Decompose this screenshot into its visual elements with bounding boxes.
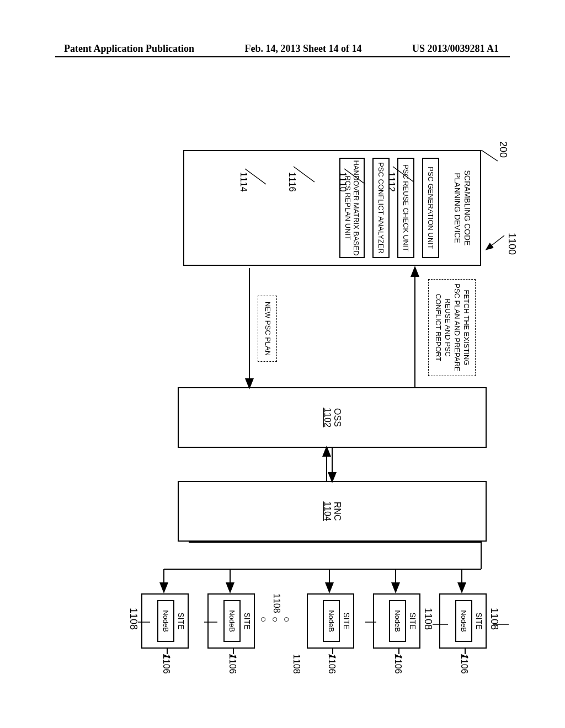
fetch-annotation: FETCH THE EXISTING PSC PLAN AND PREPARE … (428, 279, 476, 376)
figure-label: FIG. 11 (563, 342, 565, 386)
ref-200: 200 (497, 141, 509, 158)
site-3-label: SITE (341, 595, 353, 647)
scpd-title: SCRAMBLING CODE PLANNING DEVICE (447, 151, 480, 265)
oss-box: OSS 1102 (178, 387, 487, 448)
nodeb-1: NodeB (455, 600, 472, 642)
ref-1108-left: 1108 (271, 593, 281, 613)
nodeb-4: NodeB (223, 600, 241, 642)
ref-1108-1: 1108 (488, 608, 500, 630)
ref-1108-2: 1108 (422, 608, 434, 630)
psc-reuse-check-unit: PSC REUSE CHECK UNIT (397, 158, 414, 258)
site-3: SITE NodeB 1106 (307, 593, 354, 649)
ref-1102: 1102 (322, 408, 332, 427)
nodeb-3: NodeB (323, 600, 340, 642)
site-5-label: SITE (175, 595, 188, 647)
header-right: US 2013/0039281 A1 (412, 43, 499, 55)
ref-1116: 1116 (287, 172, 297, 192)
ref-1100: 1100 (506, 233, 518, 255)
scrambling-code-planning-device: SCRAMBLING CODE PLANNING DEVICE PSC GENE… (183, 150, 481, 266)
ref-1108-right: 1108 (291, 654, 301, 674)
lead-icon (333, 647, 334, 654)
ref-1106-5: 1106 (161, 654, 171, 674)
oss-label: OSS (332, 408, 342, 427)
ref-1112: 1112 (386, 172, 396, 192)
lead-icon (167, 647, 168, 654)
psc-generation-unit: PSC GENERATION UNIT (422, 158, 439, 258)
ref-1108-5: 1108 (127, 608, 139, 630)
nodeb-5: NodeB (157, 600, 174, 642)
svg-line-1 (481, 150, 498, 161)
ref-1114: 1114 (238, 172, 248, 192)
ref-1106-1: 1106 (459, 654, 469, 674)
site-4-label: SITE (242, 595, 254, 647)
ref-1106-4: 1106 (227, 654, 237, 674)
svg-line-0 (487, 235, 504, 249)
rnc-box: RNC 1104 (178, 481, 487, 542)
ellipsis-icon: ○ ○ ○ (258, 617, 292, 627)
site-4: SITE NodeB 1106 (207, 593, 255, 649)
site-2-label: SITE (407, 595, 419, 647)
figure-11: FIG. 11 (7, 150, 558, 578)
rnc-label: RNC (332, 502, 342, 521)
ref-1106-3: 1106 (327, 654, 337, 674)
lead-icon (399, 647, 400, 654)
ref-1106-2: 1106 (393, 654, 403, 674)
header-rule (55, 56, 510, 57)
site-5: SITE NodeB 1106 (141, 593, 189, 649)
nodeb-2: NodeB (389, 600, 406, 642)
lead-icon (233, 647, 234, 654)
header-center: Feb. 14, 2013 Sheet 14 of 14 (245, 43, 362, 55)
lead-icon (465, 647, 466, 654)
ref-1104: 1104 (322, 501, 332, 521)
new-psc-plan-annotation: NEW PSC PLAN (258, 296, 277, 362)
header-left: Patent Application Publication (64, 43, 194, 55)
site-2: SITE NodeB 1106 (373, 593, 420, 649)
site-1-label: SITE (473, 595, 486, 647)
site-1: SITE NodeB 1106 (439, 593, 487, 649)
ref-1110: 1110 (338, 172, 348, 192)
